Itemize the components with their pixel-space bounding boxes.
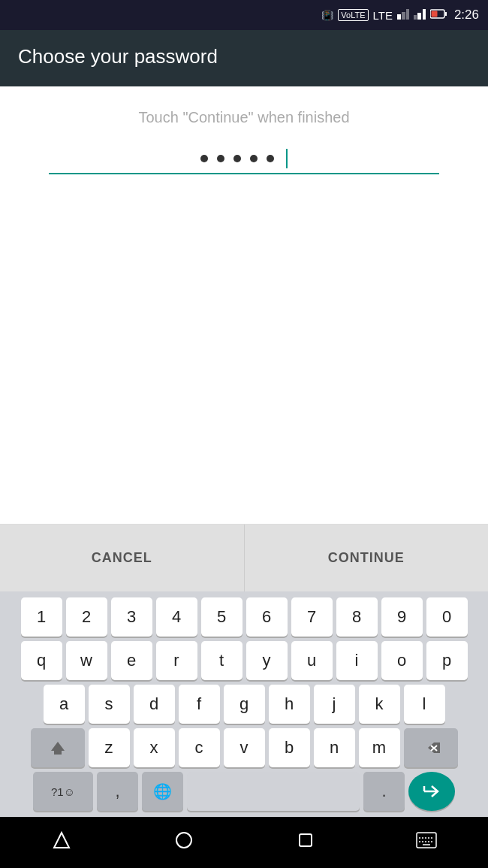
key-9[interactable]: 9 <box>381 597 423 637</box>
key-5[interactable]: 5 <box>201 597 242 637</box>
key-e[interactable]: e <box>111 641 152 680</box>
dot-1 <box>200 155 208 162</box>
continue-button[interactable]: CONTINUE <box>245 525 489 591</box>
password-display[interactable] <box>49 149 439 174</box>
key-3[interactable]: 3 <box>111 597 152 637</box>
svg-rect-17 <box>417 833 436 848</box>
key-l[interactable]: l <box>404 685 445 724</box>
key-h[interactable]: h <box>269 685 310 724</box>
page-title: Choose your password <box>18 45 470 68</box>
svg-rect-7 <box>445 12 447 16</box>
dot-4 <box>250 155 258 162</box>
content-area: Touch "Continue" when finished <box>0 86 488 524</box>
svg-marker-1 <box>402 12 405 20</box>
key-1[interactable]: 1 <box>21 597 62 637</box>
key-0[interactable]: 0 <box>426 597 468 637</box>
key-z[interactable]: z <box>89 728 130 767</box>
key-o[interactable]: o <box>381 641 423 680</box>
dot-5 <box>267 155 274 162</box>
key-v[interactable]: v <box>224 728 265 767</box>
key-m[interactable]: m <box>359 728 400 767</box>
key-u[interactable]: u <box>291 641 333 680</box>
backspace-key[interactable] <box>404 728 458 767</box>
keyboard-row-numbers: 1 2 3 4 5 6 7 8 9 0 <box>3 597 485 637</box>
key-k[interactable]: k <box>359 685 400 724</box>
space-key[interactable] <box>187 772 360 811</box>
key-t[interactable]: t <box>201 641 242 680</box>
app-header: Choose your password <box>0 30 488 86</box>
key-q[interactable]: q <box>21 641 62 680</box>
time-display: 2:26 <box>454 8 479 23</box>
key-6[interactable]: 6 <box>246 597 288 637</box>
period-key[interactable]: . <box>363 772 405 811</box>
recents-button[interactable] <box>297 831 315 854</box>
nav-bar <box>0 817 488 868</box>
keyboard-row-qwerty: q w e r t y u i o p <box>3 641 485 680</box>
key-j[interactable]: j <box>314 685 355 724</box>
text-cursor <box>286 149 288 168</box>
globe-key[interactable]: 🌐 <box>142 772 183 811</box>
status-bar: 📳 VoLTE LTE 2:26 <box>0 0 488 30</box>
key-7[interactable]: 7 <box>291 597 333 637</box>
svg-marker-5 <box>423 9 426 20</box>
key-g[interactable]: g <box>224 685 265 724</box>
svg-marker-3 <box>414 15 417 20</box>
svg-rect-16 <box>300 834 312 846</box>
enter-key[interactable] <box>408 772 455 811</box>
signal2-icon <box>414 9 426 22</box>
svg-marker-0 <box>397 14 401 20</box>
shift-key[interactable] <box>31 728 85 767</box>
key-y[interactable]: y <box>246 641 288 680</box>
home-button[interactable] <box>173 830 194 855</box>
key-f[interactable]: f <box>179 685 220 724</box>
lte-badge: LTE <box>373 9 393 22</box>
key-r[interactable]: r <box>156 641 197 680</box>
svg-point-15 <box>176 833 191 848</box>
dot-2 <box>217 155 224 162</box>
key-2[interactable]: 2 <box>66 597 107 637</box>
key-n[interactable]: n <box>314 728 355 767</box>
key-8[interactable]: 8 <box>336 597 378 637</box>
key-4[interactable]: 4 <box>156 597 197 637</box>
keyboard-row-bottom: ?1☺ , 🌐 . <box>3 772 485 811</box>
keyboard-row-asdf: a s d f g h j k l <box>3 685 485 724</box>
svg-marker-14 <box>54 833 69 848</box>
key-p[interactable]: p <box>426 641 468 680</box>
key-x[interactable]: x <box>134 728 175 767</box>
key-s[interactable]: s <box>89 685 130 724</box>
key-d[interactable]: d <box>134 685 175 724</box>
svg-marker-2 <box>406 9 409 20</box>
svg-rect-8 <box>431 11 437 17</box>
keyboard: 1 2 3 4 5 6 7 8 9 0 q w e r t y u i o p … <box>0 591 488 817</box>
password-dots <box>200 149 288 168</box>
key-w[interactable]: w <box>66 641 107 680</box>
keyboard-icon[interactable] <box>416 832 437 853</box>
keyboard-row-zxcv: z x c v b n m <box>3 728 485 767</box>
svg-marker-4 <box>417 13 421 20</box>
key-a[interactable]: a <box>44 685 85 724</box>
back-button[interactable] <box>51 830 72 855</box>
key-c[interactable]: c <box>179 728 220 767</box>
action-buttons-row: CANCEL CONTINUE <box>0 524 488 591</box>
battery-icon <box>430 9 447 21</box>
instruction-text: Touch "Continue" when finished <box>138 109 349 126</box>
signal1-icon <box>397 9 409 22</box>
key-b[interactable]: b <box>269 728 310 767</box>
volte-badge: VoLTE <box>338 9 368 21</box>
key-i[interactable]: i <box>336 641 378 680</box>
vibrate-icon: 📳 <box>321 10 333 21</box>
symbols-key[interactable]: ?1☺ <box>33 772 93 811</box>
comma-key[interactable]: , <box>97 772 138 811</box>
status-icons: 📳 VoLTE LTE 2:26 <box>321 8 479 23</box>
cancel-button[interactable]: CANCEL <box>0 525 245 591</box>
password-field-wrapper <box>49 149 439 174</box>
dot-3 <box>233 155 241 162</box>
